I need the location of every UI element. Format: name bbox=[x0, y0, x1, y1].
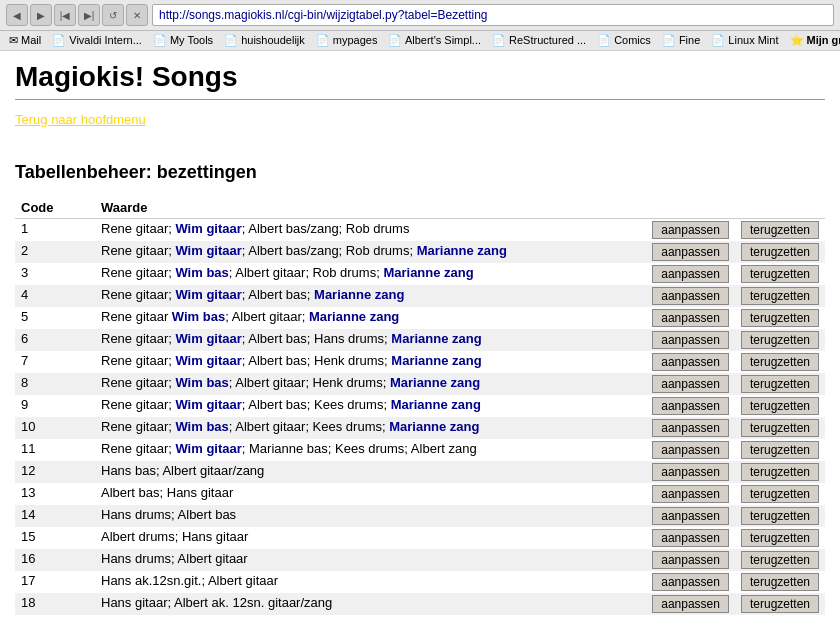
cell-code: 8 bbox=[15, 373, 95, 395]
terugzetten-button[interactable]: terugzetten bbox=[741, 265, 819, 283]
cell-value: Rene gitaar; Wim bas; Albert gitaar; Hen… bbox=[95, 373, 646, 395]
back-link[interactable]: Terug naar hoofdmenu bbox=[15, 112, 146, 127]
cell-terugzetten: terugzetten bbox=[735, 219, 825, 242]
bookmarks-bar: ✉ Mail 📄 Vivaldi Intern... 📄 My Tools 📄 … bbox=[0, 31, 840, 51]
cell-value: Rene gitaar; Wim gitaar; Albert bas/zang… bbox=[95, 219, 646, 242]
cell-terugzetten: terugzetten bbox=[735, 461, 825, 483]
cell-aanpassen: aanpassen bbox=[646, 351, 735, 373]
page-content: Magiokis! Songs Terug naar hoofdmenu Tab… bbox=[0, 51, 840, 625]
cell-aanpassen: aanpassen bbox=[646, 505, 735, 527]
terugzetten-button[interactable]: terugzetten bbox=[741, 243, 819, 261]
terugzetten-button[interactable]: terugzetten bbox=[741, 485, 819, 503]
aanpassen-button[interactable]: aanpassen bbox=[652, 221, 729, 239]
aanpassen-button[interactable]: aanpassen bbox=[652, 309, 729, 327]
cell-terugzetten: terugzetten bbox=[735, 263, 825, 285]
bookmark-restructured[interactable]: 📄 ReStructured ... bbox=[487, 33, 591, 48]
table-row: 7Rene gitaar; Wim gitaar; Albert bas; He… bbox=[15, 351, 825, 373]
aanpassen-button[interactable]: aanpassen bbox=[652, 353, 729, 371]
bookmark-vivaldi[interactable]: 📄 Vivaldi Intern... bbox=[47, 33, 147, 48]
aanpassen-button[interactable]: aanpassen bbox=[652, 551, 729, 569]
aanpassen-button[interactable]: aanpassen bbox=[652, 507, 729, 525]
aanpassen-button[interactable]: aanpassen bbox=[652, 375, 729, 393]
address-bar[interactable] bbox=[152, 4, 834, 26]
aanpassen-button[interactable]: aanpassen bbox=[652, 287, 729, 305]
table-row: 15Albert drums; Hans gitaaraanpassenteru… bbox=[15, 527, 825, 549]
cell-terugzetten: terugzetten bbox=[735, 527, 825, 549]
cell-aanpassen: aanpassen bbox=[646, 593, 735, 615]
aanpassen-button[interactable]: aanpassen bbox=[652, 265, 729, 283]
aanpassen-button[interactable]: aanpassen bbox=[652, 485, 729, 503]
terugzetten-button[interactable]: terugzetten bbox=[741, 221, 819, 239]
table-row: 10Rene gitaar; Wim bas; Albert gitaar; K… bbox=[15, 417, 825, 439]
cell-value: Rene gitaar; Wim gitaar; Albert bas/zang… bbox=[95, 241, 646, 263]
terugzetten-button[interactable]: terugzetten bbox=[741, 595, 819, 613]
table-row: 18Hans gitaar; Albert ak. 12sn. gitaar/z… bbox=[15, 593, 825, 615]
nav-stop[interactable]: ✕ bbox=[126, 4, 148, 26]
table-row: 12Hans bas; Albert gitaar/zangaanpassent… bbox=[15, 461, 825, 483]
cell-aanpassen: aanpassen bbox=[646, 285, 735, 307]
cell-aanpassen: aanpassen bbox=[646, 395, 735, 417]
cell-value: Hans bas; Albert gitaar/zang bbox=[95, 461, 646, 483]
bookmark-mail[interactable]: ✉ Mail bbox=[4, 33, 46, 48]
bezetting-table: Code Waarde 1Rene gitaar; Wim gitaar; Al… bbox=[15, 197, 825, 615]
nav-last[interactable]: ▶| bbox=[78, 4, 100, 26]
cell-value: Rene gitaar; Wim gitaar; Marianne bas; K… bbox=[95, 439, 646, 461]
terugzetten-button[interactable]: terugzetten bbox=[741, 331, 819, 349]
nav-reload[interactable]: ↺ bbox=[102, 4, 124, 26]
aanpassen-button[interactable]: aanpassen bbox=[652, 441, 729, 459]
cell-terugzetten: terugzetten bbox=[735, 307, 825, 329]
terugzetten-button[interactable]: terugzetten bbox=[741, 441, 819, 459]
table-row: 14Hans drums; Albert basaanpassenterugze… bbox=[15, 505, 825, 527]
cell-value: Rene gitaar; Wim gitaar; Albert bas; Hen… bbox=[95, 351, 646, 373]
cell-code: 16 bbox=[15, 549, 95, 571]
nav-back[interactable]: ◀ bbox=[6, 4, 28, 26]
terugzetten-button[interactable]: terugzetten bbox=[741, 397, 819, 415]
table-header: Code Waarde bbox=[15, 197, 825, 219]
browser-toolbar: ◀ ▶ |◀ ▶| ↺ ✕ bbox=[0, 0, 840, 31]
bookmark-huishoudelijk[interactable]: 📄 huishoudelijk bbox=[219, 33, 310, 48]
bookmark-comics[interactable]: 📄 Comics bbox=[592, 33, 656, 48]
table-row: 9Rene gitaar; Wim gitaar; Albert bas; Ke… bbox=[15, 395, 825, 417]
cell-terugzetten: terugzetten bbox=[735, 571, 825, 593]
aanpassen-button[interactable]: aanpassen bbox=[652, 463, 729, 481]
aanpassen-button[interactable]: aanpassen bbox=[652, 529, 729, 547]
terugzetten-button[interactable]: terugzetten bbox=[741, 573, 819, 591]
terugzetten-button[interactable]: terugzetten bbox=[741, 287, 819, 305]
bookmark-mypages[interactable]: 📄 mypages bbox=[311, 33, 383, 48]
nav-forward[interactable]: ▶ bbox=[30, 4, 52, 26]
cell-value: Albert drums; Hans gitaar bbox=[95, 527, 646, 549]
bookmark-alberts[interactable]: 📄 Albert's Simpl... bbox=[383, 33, 486, 48]
terugzetten-button[interactable]: terugzetten bbox=[741, 419, 819, 437]
bookmark-fine[interactable]: 📄 Fine bbox=[657, 33, 705, 48]
bookmark-mijngroepen[interactable]: ⭐ Mijn groepen ... bbox=[785, 33, 841, 48]
aanpassen-button[interactable]: aanpassen bbox=[652, 243, 729, 261]
aanpassen-button[interactable]: aanpassen bbox=[652, 331, 729, 349]
terugzetten-button[interactable]: terugzetten bbox=[741, 529, 819, 547]
nav-first[interactable]: |◀ bbox=[54, 4, 76, 26]
aanpassen-button[interactable]: aanpassen bbox=[652, 573, 729, 591]
terugzetten-button[interactable]: terugzetten bbox=[741, 353, 819, 371]
cell-aanpassen: aanpassen bbox=[646, 329, 735, 351]
page-title: Magiokis! Songs bbox=[15, 61, 825, 93]
bookmark-mytools[interactable]: 📄 My Tools bbox=[148, 33, 218, 48]
cell-terugzetten: terugzetten bbox=[735, 505, 825, 527]
cell-value: Rene gitaar Wim bas; Albert gitaar; Mari… bbox=[95, 307, 646, 329]
aanpassen-button[interactable]: aanpassen bbox=[652, 595, 729, 613]
cell-terugzetten: terugzetten bbox=[735, 285, 825, 307]
cell-aanpassen: aanpassen bbox=[646, 527, 735, 549]
terugzetten-button[interactable]: terugzetten bbox=[741, 463, 819, 481]
cell-terugzetten: terugzetten bbox=[735, 241, 825, 263]
aanpassen-button[interactable]: aanpassen bbox=[652, 397, 729, 415]
cell-terugzetten: terugzetten bbox=[735, 593, 825, 615]
bookmark-linuxmint[interactable]: 📄 Linux Mint bbox=[706, 33, 783, 48]
cell-aanpassen: aanpassen bbox=[646, 373, 735, 395]
terugzetten-button[interactable]: terugzetten bbox=[741, 551, 819, 569]
terugzetten-button[interactable]: terugzetten bbox=[741, 309, 819, 327]
cell-value: Rene gitaar; Wim gitaar; Albert bas; Mar… bbox=[95, 285, 646, 307]
terugzetten-button[interactable]: terugzetten bbox=[741, 375, 819, 393]
col-header-action1 bbox=[646, 197, 735, 219]
browser-chrome: ◀ ▶ |◀ ▶| ↺ ✕ ✉ Mail 📄 Vivaldi Intern...… bbox=[0, 0, 840, 51]
cell-code: 3 bbox=[15, 263, 95, 285]
aanpassen-button[interactable]: aanpassen bbox=[652, 419, 729, 437]
terugzetten-button[interactable]: terugzetten bbox=[741, 507, 819, 525]
